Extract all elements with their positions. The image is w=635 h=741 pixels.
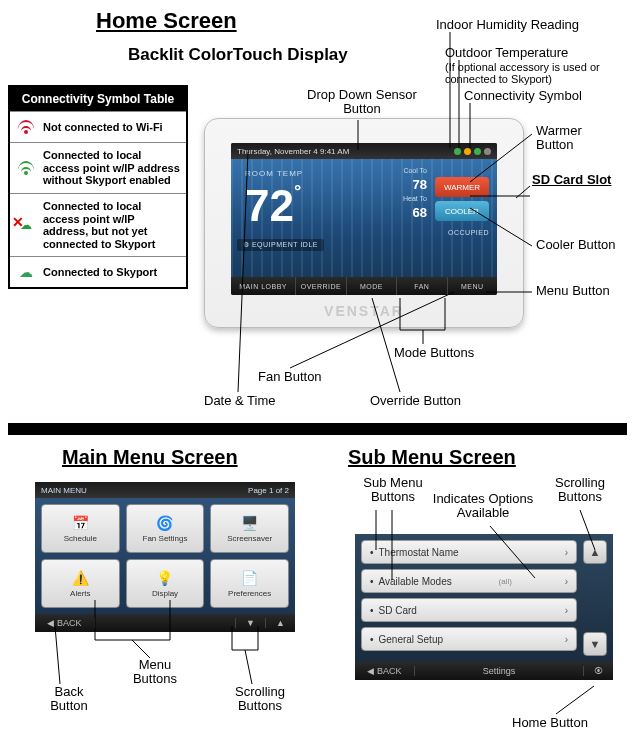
menu-btn-label: Display: [152, 589, 178, 598]
fan-icon: 🌀: [154, 514, 176, 532]
outdoor-dot-icon: [464, 148, 471, 155]
wifi-dot-icon: [474, 148, 481, 155]
wifi-x-icon: ☁︎✕: [15, 216, 37, 234]
label-back-button: Back Button: [34, 685, 104, 714]
conn-row-label: Connected to Skyport: [43, 266, 181, 279]
sub-row-label: SD Card: [379, 605, 417, 616]
thermostat-device: Thursday, November 4 9:41 AM ROOM TEMP 7…: [204, 118, 524, 328]
sub-row-general-setup[interactable]: •General Setup›: [361, 627, 577, 651]
home-button[interactable]: ⦿: [583, 666, 613, 676]
menu-btn-preferences[interactable]: 📄Preferences: [210, 559, 289, 608]
label-outdoor: Outdoor Temperature: [445, 46, 568, 60]
sub-row-label: Available Modes: [379, 576, 452, 587]
connectivity-table: Connectivity Symbol Table Not connected …: [8, 85, 188, 289]
main-menu-label: MAIN MENU: [41, 486, 87, 495]
scroll-up-button[interactable]: ▲: [265, 618, 295, 628]
conn-row-localip: Connected to local access point w/IP add…: [10, 142, 186, 193]
alerts-icon: ⚠️: [69, 569, 91, 587]
menu-button[interactable]: MENU: [448, 277, 497, 295]
options-indicator: (all): [499, 577, 512, 586]
menu-btn-label: Fan Settings: [143, 534, 188, 543]
home-screen-title: Home Screen: [96, 8, 237, 34]
heat-to-label: Heat To: [403, 195, 427, 202]
status-bar[interactable]: Thursday, November 4 9:41 AM: [231, 143, 497, 159]
fan-button[interactable]: FAN: [397, 277, 447, 295]
sub-row-available-modes[interactable]: •Available Modes(all)›: [361, 569, 577, 593]
page-indicator: Page 1 of 2: [248, 486, 289, 495]
datetime-readout: Thursday, November 4 9:41 AM: [237, 147, 349, 156]
touchscreen[interactable]: Thursday, November 4 9:41 AM ROOM TEMP 7…: [231, 143, 497, 295]
occupied-status: OCCUPIED: [448, 229, 489, 236]
label-humidity: Indoor Humidity Reading: [436, 18, 579, 32]
scroll-down-button[interactable]: ▼: [235, 618, 265, 628]
sub-footer-title: Settings: [415, 666, 583, 676]
wifi-green-icon: [15, 159, 37, 177]
room-temp-value: 72°: [245, 181, 301, 231]
label-sub-scrolling: Scrolling Buttons: [540, 476, 620, 505]
label-datetime: Date & Time: [204, 394, 276, 408]
sub-scroll-buttons: ▲ ▼: [583, 540, 607, 656]
sub-row-label: General Setup: [379, 634, 444, 645]
conn-row-label: Not connected to Wi-Fi: [43, 121, 181, 134]
brand-label: VENSTAR: [205, 303, 523, 319]
connectivity-table-header: Connectivity Symbol Table: [10, 87, 186, 111]
override-button[interactable]: OVERRIDE: [296, 277, 346, 295]
menu-btn-fan[interactable]: 🌀Fan Settings: [126, 504, 205, 553]
chevron-right-icon: ›: [565, 605, 568, 616]
sub-row-thermostat-name[interactable]: •Thermostat Name›: [361, 540, 577, 564]
conn-row-label: Connected to local access point w/IP add…: [43, 200, 181, 251]
scroll-down-button[interactable]: ▼: [583, 632, 607, 656]
sub-back-button[interactable]: ◀ BACK: [355, 666, 415, 676]
menu-btn-alerts[interactable]: ⚠️Alerts: [41, 559, 120, 608]
back-button[interactable]: ◀ BACK: [35, 618, 95, 628]
conn-row-label: Connected to local access point w/IP add…: [43, 149, 181, 187]
warmer-button[interactable]: WARMER: [435, 177, 489, 197]
skyport-icon: ☁︎: [15, 263, 37, 281]
bottom-bar: MAIN LOBBY OVERRIDE MODE FAN MENU: [231, 277, 497, 295]
label-warmer: Warmer Button: [536, 124, 616, 153]
label-menu-buttons: Menu Buttons: [120, 658, 190, 687]
room-temp-label: ROOM TEMP: [245, 169, 303, 178]
main-menu-title: Main Menu Screen: [62, 446, 238, 469]
equipment-status: ⚙ EQUIPMENT IDLE: [237, 239, 324, 251]
sub-menu-title: Sub Menu Screen: [348, 446, 516, 469]
heat-to-value: 68: [413, 205, 427, 220]
menu-btn-label: Alerts: [70, 589, 90, 598]
status-icons: [454, 148, 491, 155]
svg-line-14: [132, 640, 150, 658]
sub-menu-screenshot: •Thermostat Name› •Available Modes(all)›…: [355, 534, 613, 680]
wifi-red-icon: [15, 118, 37, 136]
mode-button[interactable]: MODE: [347, 277, 397, 295]
label-scrolling-buttons: Scrolling Buttons: [220, 685, 300, 714]
sub-row-label: Thermostat Name: [379, 547, 459, 558]
sub-row-sd-card[interactable]: •SD Card›: [361, 598, 577, 622]
chevron-right-icon: ›: [565, 634, 568, 645]
cooler-button[interactable]: COOLER: [435, 201, 489, 221]
screensaver-icon: 🖥️: [239, 514, 261, 532]
display-subtitle: Backlit ColorTouch Display: [128, 45, 348, 65]
conn-row-skyport: ☁︎ Connected to Skyport: [10, 256, 186, 287]
label-mode-buttons: Mode Buttons: [394, 346, 474, 360]
conn-row-noskyport: ☁︎✕ Connected to local access point w/IP…: [10, 193, 186, 257]
main-area: ROOM TEMP 72° ⚙ EQUIPMENT IDLE Cool To 7…: [231, 159, 497, 277]
label-menu: Menu Button: [536, 284, 616, 298]
scroll-up-button[interactable]: ▲: [583, 540, 607, 564]
main-menu-header: MAIN MENU Page 1 of 2: [35, 482, 295, 498]
main-menu-footer: ◀ BACK ▼ ▲: [35, 614, 295, 632]
menu-btn-label: Screensaver: [227, 534, 272, 543]
menu-btn-screensaver[interactable]: 🖥️Screensaver: [210, 504, 289, 553]
menu-btn-schedule[interactable]: 📅Schedule: [41, 504, 120, 553]
menu-btn-display[interactable]: 💡Display: [126, 559, 205, 608]
location-button[interactable]: MAIN LOBBY: [231, 277, 296, 295]
menu-btn-label: Preferences: [228, 589, 271, 598]
display-icon: 💡: [154, 569, 176, 587]
label-sd-card-slot: SD Card Slot: [532, 173, 622, 187]
schedule-icon: 📅: [69, 514, 91, 532]
label-conn-symbol: Connectivity Symbol: [464, 89, 582, 103]
label-override: Override Button: [370, 394, 461, 408]
label-options-available: Indicates Options Available: [418, 492, 548, 521]
humidity-dot-icon: [454, 148, 461, 155]
sub-menu-footer: ◀ BACK Settings ⦿: [355, 662, 613, 680]
svg-line-13: [55, 626, 60, 684]
chevron-right-icon: ›: [565, 576, 568, 587]
